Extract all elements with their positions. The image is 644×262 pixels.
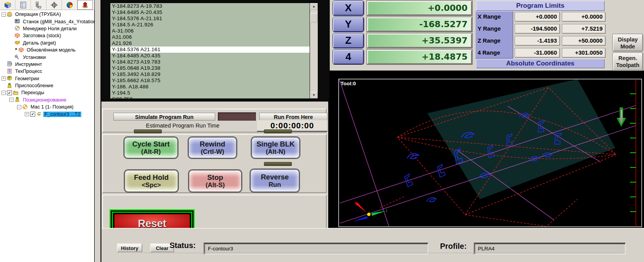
pie-icon	[22, 104, 28, 110]
fixture-icon	[7, 83, 13, 89]
dro-value-Z: +35.5397	[368, 34, 471, 47]
dro-value-Y: -168.5277	[368, 18, 471, 31]
axis-button-Y[interactable]: Y	[333, 17, 364, 32]
scroll-down-arrow-icon[interactable]: ▼	[310, 92, 318, 98]
limit-min-value: -31.0060	[515, 48, 560, 57]
absolute-coordinates-label: Absolute Coordinates	[476, 59, 605, 68]
tree-item[interactable]: +Геометрии	[0, 75, 94, 82]
display-mode-button[interactable]: DisplayMode	[613, 34, 643, 51]
tree-item[interactable]: Менеджер Ноля детали	[0, 25, 94, 32]
limit-min-value: -1.4193	[515, 36, 560, 45]
limit-max-value: +50.0000	[562, 36, 605, 45]
toolbar-tab-properties-icon[interactable]	[15, 0, 31, 10]
tree-item[interactable]: Инструмент	[0, 61, 94, 68]
reverse-run-button[interactable]: ReverseRun	[250, 169, 300, 192]
cycle-button-group: Cycle Start(Alt-R) Rewind(Crtl-W) Single…	[102, 134, 327, 193]
operation-icon	[7, 12, 13, 17]
program-limits-title: Program Limits	[476, 1, 605, 11]
scroll-up-arrow-icon[interactable]: ▲	[310, 3, 318, 10]
toolbar-tab-crosshair-icon[interactable]	[46, 0, 62, 10]
gcode-line: Y-184.8273 A19.783	[110, 59, 310, 65]
scrollbar-thumb[interactable]	[310, 13, 317, 22]
tree-item-label: Менеджер Ноля детали	[22, 26, 78, 31]
dro-row-Z: Z+35.5397	[330, 33, 473, 48]
dro-display-X: +0.0000	[367, 1, 472, 16]
stock-icon	[15, 33, 21, 39]
gcode-line: Y-184.6485 A20.435	[110, 53, 310, 59]
program-limits-panel: Program Limits X Range+0.0000+0.0000Y Ra…	[471, 0, 607, 71]
down-arrow-icon	[617, 107, 626, 127]
cycle-start-button[interactable]: Cycle Start(Alt-R)	[124, 137, 178, 159]
dro-display-Y: -168.5277	[367, 17, 472, 32]
dro-row-Y: Y-168.5277	[330, 17, 473, 32]
instrument-icon	[7, 61, 13, 67]
stop-button[interactable]: Stop(Alt-S)	[188, 170, 242, 192]
toolbar-tab-cube-icon[interactable]	[0, 0, 15, 10]
minus-expander-icon[interactable]: −	[2, 12, 6, 17]
regen-toolpath-button[interactable]: Regen.Toolpath	[613, 53, 643, 71]
tree-item-label: ТехПроцесс	[14, 69, 43, 74]
tree-item[interactable]: Заготовка (stock)	[0, 32, 94, 39]
limit-max-value: +0.0000	[562, 12, 605, 21]
toolbar-tab-tool-icon[interactable]	[77, 0, 93, 10]
tech-icon	[7, 69, 13, 74]
tree-item[interactable]: −Мас 1 (1- Позиция)	[0, 103, 94, 110]
gcode-line: Y-184.6485 A-20.435	[110, 9, 310, 16]
limit-min-value: +0.0000	[515, 12, 560, 21]
minus-expander-icon[interactable]: −	[2, 91, 6, 95]
plus-expander-icon[interactable]: +	[2, 76, 6, 81]
gcode-list[interactable]: Y-184.8273 A-19.783Y-184.6485 A-20.435Y-…	[110, 3, 310, 98]
cnc-app-screen: −Операция (ТРУБКА)Станок (gMill_Haas_4x_…	[0, 0, 644, 262]
tree-item[interactable]: −✓Переходы	[0, 89, 94, 96]
dro-row-X: X+0.0000	[330, 1, 473, 16]
status-label: Status:	[170, 241, 196, 250]
tree-item[interactable]: Приспособление	[0, 82, 94, 89]
run-control-panel: Simulate Program Run Run From Here Estim…	[101, 102, 328, 240]
gcode-line: Y-194.5	[110, 90, 310, 96]
limit-row-label: X Range	[478, 12, 512, 21]
tree-item[interactable]: *Обновлённая модель	[0, 47, 94, 53]
gcode-line: Y-185.6662 A18.575	[110, 78, 310, 84]
run-from-here-button[interactable]: Run From Here	[259, 113, 327, 121]
limit-row-label: Y Range	[478, 24, 512, 33]
tree-item[interactable]: Станок (gMill_Haas_4x_Yrotation_eval)	[0, 18, 94, 25]
gcode-line: A31.006	[110, 34, 310, 40]
history-button[interactable]: History	[117, 243, 142, 252]
axis-button-Z[interactable]: Z	[333, 33, 364, 48]
limit-max-value: +301.0050	[562, 48, 605, 57]
modified-asterisk: *	[15, 47, 17, 53]
panel-divider[interactable]	[95, 0, 101, 262]
tree-checkbox[interactable]: ✓	[7, 90, 12, 95]
tree-item[interactable]: Деталь (target)	[0, 40, 94, 47]
gcode-scrollbar[interactable]: ▲ ▼	[310, 3, 318, 98]
minus-expander-icon[interactable]: −	[9, 98, 14, 102]
tree-checkbox[interactable]: ✓	[30, 112, 35, 117]
tree-item[interactable]: +✓F_contour3 ...T2	[0, 110, 94, 117]
simulate-section: Simulate Program Run Run From Here Estim…	[102, 109, 327, 133]
simulate-program-run-button[interactable]: Simulate Program Run	[113, 113, 215, 121]
minus-expander-icon[interactable]: −	[17, 105, 21, 109]
toolbar-tab-schema-icon[interactable]	[31, 0, 46, 10]
tree-item[interactable]: Установки	[0, 53, 94, 60]
rotary-ruler	[630, 79, 636, 227]
single-blk-button[interactable]: Single BLK(Alt-N)	[251, 137, 300, 159]
limit-min-value: -194.5000	[515, 24, 560, 33]
plus-expander-icon[interactable]: +	[25, 112, 29, 116]
toolbar-tab-sphere-icon[interactable]	[62, 0, 77, 10]
tree-item[interactable]: −Позиционирование	[0, 97, 94, 103]
tree-item[interactable]: ТехПроцесс	[0, 68, 94, 75]
tree-item-label: Обновлённая модель	[26, 47, 77, 53]
tree-item-label: Деталь (target)	[22, 40, 57, 46]
contour-icon	[36, 111, 42, 117]
tree-item-label: Установки	[22, 55, 47, 60]
dro-display-4: +18.4875	[367, 50, 472, 64]
tree-item[interactable]: −Операция (ТРУБКА)	[0, 11, 94, 18]
toolpath-viewport[interactable]: Tool:0	[330, 71, 644, 227]
gcode-line: Y-184.5376 A21.161	[110, 47, 310, 53]
rewind-button[interactable]: Rewind(Crtl-W)	[188, 137, 237, 159]
feed-hold-button[interactable]: Feed Hold<Spc>	[124, 170, 178, 192]
status-divider	[143, 253, 623, 253]
stock-plane	[427, 79, 615, 199]
axis-button-4[interactable]: 4	[333, 50, 364, 64]
axis-button-X[interactable]: X	[333, 1, 364, 16]
